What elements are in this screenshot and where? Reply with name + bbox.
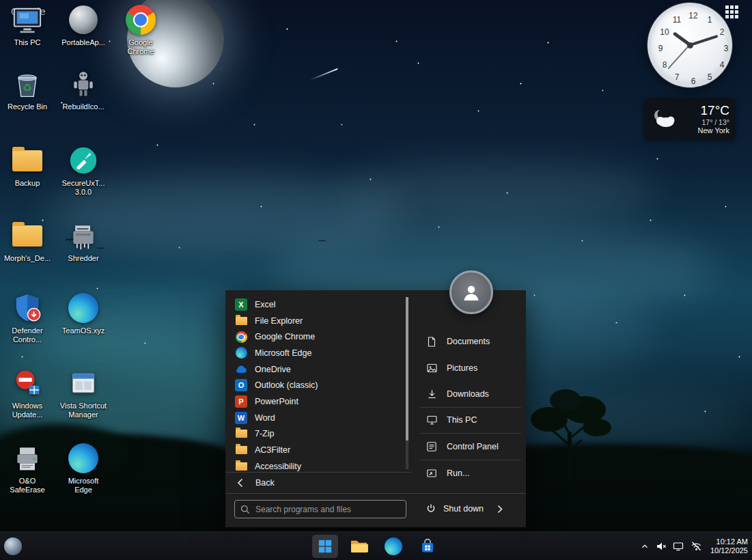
chevron-right-icon[interactable] [497,505,503,514]
desktop-icon-oo-safeerase[interactable]: O&O SafeErase [0,443,55,494]
desktop-icon-shredder[interactable]: Shredder [56,220,111,263]
start-menu-item-microsoft-edge[interactable]: Microsoft Edge [232,345,403,361]
folder-icon [235,462,247,471]
taskbar-edge-button[interactable] [380,535,406,558]
search-box[interactable] [234,500,406,518]
gadgets-grid-icon[interactable] [725,5,739,19]
scrollbar-thumb[interactable] [406,297,408,440]
start-menu-item-onedrive[interactable]: OneDrive [232,361,403,378]
start-menu-item-powerpoint[interactable]: P PowerPoint [232,393,403,410]
outlook-icon: O [235,379,247,391]
start-menu-place-pictures[interactable]: Pictures [420,355,521,382]
desktop-icon-morphs-folder[interactable]: Morph's_De... [0,220,55,263]
folder-icon [235,317,247,325]
start-menu-place-downloads[interactable]: Downloads [420,381,521,408]
start-menu-item-ac3filter[interactable]: AC3Filter [232,442,403,458]
start-menu-place-documents[interactable]: Documents [420,328,521,355]
robot-icon [68,68,99,100]
desktop-icon-label: Google Chrome [127,38,154,56]
clock-number: 10 [660,27,669,37]
taskbar-file-explorer-button[interactable] [346,535,372,558]
folder-icon [12,145,43,176]
person-icon [461,282,482,303]
start-button[interactable] [312,535,338,558]
onedrive-cloud-icon [235,365,247,374]
start-menu-item-excel[interactable]: X Excel [232,296,403,313]
start-menu-place-this-pc[interactable]: This PC [420,408,521,434]
chevron-left-icon [237,478,243,488]
desktop-icon-secureuxtheme[interactable]: SecureUxT... 3.0.0 [56,145,111,197]
chrome-icon [125,4,156,36]
desktop-icon-defender-control[interactable]: Defender Contro... [0,292,55,344]
edge-icon [385,537,402,555]
shredder-icon [68,220,99,251]
desktop-icon-this-pc[interactable]: This PC [0,4,55,47]
desktop-icon-label: PortableAp... [61,38,105,47]
svg-text:♻: ♻ [23,82,32,94]
desktop-icon-microsoft-edge[interactable]: Microsoft Edge [56,443,111,494]
desktop-icon-label: Morph's_De... [4,254,51,263]
hidden-icons-chevron[interactable] [640,542,650,551]
clock-number: 11 [673,15,681,25]
desktop-icon-label: Defender Contro... [12,326,42,344]
shutdown-button[interactable]: Shut down [426,499,503,519]
desktop-icon-google-chrome[interactable]: Google Chrome [113,4,168,56]
desktop-icon-teamos[interactable]: TeamOS.xyz [56,292,111,335]
start-menu-item-7zip[interactable]: 7-Zip [232,426,403,443]
recycle-bin-icon: ♻ [12,68,43,100]
back-button[interactable]: Back [225,473,411,493]
chrome-icon [235,331,247,343]
desktop-icon-portableapps[interactable]: PortableAp... [56,4,111,47]
start-menu-place-run[interactable]: Run... [420,460,521,487]
desktop-icon-windows-update-blocker[interactable]: Windows Update... [0,367,55,419]
weather-range: 17° / 13° [698,118,729,126]
desktop-icon-label: Microsoft Edge [68,477,99,494]
scrollbar-track[interactable] [406,297,408,469]
desktop: Google This PC PortableAp... Google Chro… [0,0,752,560]
clock-number: 6 [691,76,696,86]
desktop-icon-label: O&O SafeErase [10,477,44,494]
stars [0,0,1,1]
taskbar-store-button[interactable] [415,535,441,558]
start-menu-item-google-chrome[interactable]: Google Chrome [232,328,403,345]
start-menu-item-file-explorer[interactable]: File Explorer [232,313,403,329]
paintbrush-icon [68,145,99,176]
start-menu: X Excel File Explorer Google Chrome Micr… [225,290,526,527]
user-avatar[interactable] [449,270,493,314]
desktop-icon-label: TeamOS.xyz [62,326,105,335]
portableapps-sphere-icon [68,4,99,36]
edge-icon [68,292,99,324]
desktop-icon-backup[interactable]: Backup [0,145,55,188]
start-menu-item-accessibility[interactable]: Accessibility [232,458,403,471]
clock-number: 4 [720,60,725,70]
folder-icon [235,446,247,454]
desktop-icon-label: SecureUxT... 3.0.0 [62,179,105,197]
microsoft-store-icon [419,538,436,555]
start-menu-program-list: X Excel File Explorer Google Chrome Micr… [232,296,403,471]
clock-number: 8 [663,60,667,70]
bird [318,239,326,242]
widgets-button[interactable] [4,537,22,555]
desktop-icon-vista-shortcut-manager[interactable]: Vista Shortcut Manager [56,367,111,419]
start-menu-item-outlook[interactable]: O Outlook (classic) [232,377,403,393]
desktop-icon-recycle-bin[interactable]: ♻ Recycle Bin [0,68,55,111]
clock-widget[interactable]: 12 1 2 3 4 5 6 7 8 9 10 11 [647,3,732,87]
clock-number: 7 [675,72,680,82]
search-input[interactable] [235,501,406,518]
display-cast-icon[interactable] [673,541,684,552]
desktop-icon-label: Vista Shortcut Manager [60,402,107,419]
clock-number: 12 [688,11,697,20]
monitor-icon [426,415,438,425]
desktop-icon-rebuildicons[interactable]: RebuildIco... [56,68,111,111]
clock-second-hand [668,44,691,69]
weather-widget[interactable]: 17°C 17° / 13° New York [644,98,736,140]
taskbar-clock[interactable]: 10:12 AM 10/12/2025 [708,537,748,555]
start-menu-place-control-panel[interactable]: Control Panel [420,434,521,460]
network-off-icon[interactable] [691,541,702,552]
cloud [342,160,656,222]
power-icon [426,503,436,514]
start-menu-item-word[interactable]: W Word [232,410,403,426]
shooting-star [309,68,338,81]
safe-erase-icon [12,443,43,474]
volume-mute-icon[interactable] [656,541,667,552]
